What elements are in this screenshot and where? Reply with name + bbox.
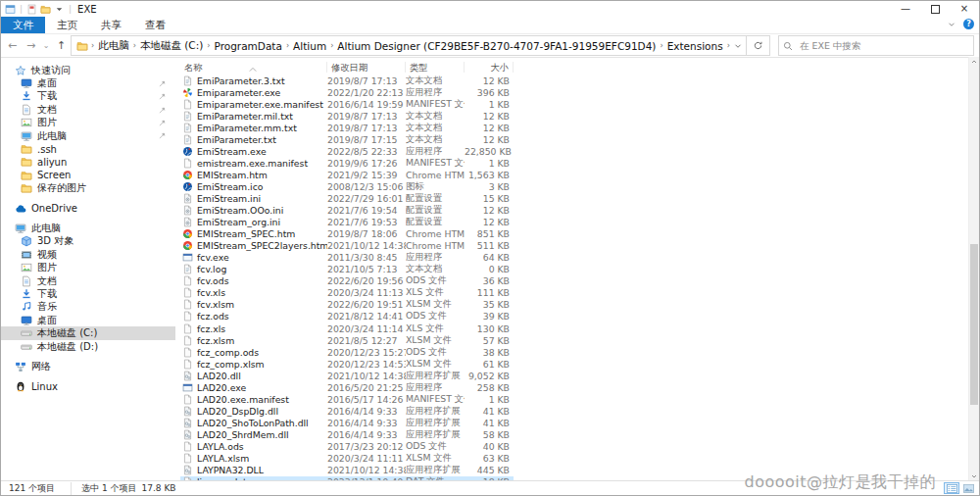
file-row[interactable]: fcv.log2021/10/5 7:13文本文档0 KB	[180, 264, 514, 275]
collapse-ribbon-icon[interactable]	[947, 20, 956, 29]
breadcrumb-item[interactable]: 此电脑	[95, 39, 132, 53]
file-type: 配置设置	[406, 216, 465, 228]
file-row[interactable]: EMIStream_SPEC.htm2019/8/7 18:06Chrome H…	[180, 228, 514, 240]
menu-tab-home[interactable]: 主页	[45, 17, 89, 33]
sidebar-item-screen[interactable]: Screen	[1, 169, 175, 181]
menu-tab-view[interactable]: 查看	[133, 17, 177, 33]
column-header-3[interactable]: 大小	[465, 62, 514, 73]
breadcrumb[interactable]: ›此电脑›本地磁盘 (C:)›ProgramData›Altium›Altium…	[71, 35, 747, 56]
search-input[interactable]	[798, 39, 969, 52]
sidebar-item-local-disk-d[interactable]: 本地磁盘 (D:)	[1, 340, 175, 353]
sidebar-item-3d-objects[interactable]: 3D 对象	[1, 235, 175, 248]
sidebar-item-this-pc-pin[interactable]: 此电脑	[1, 129, 175, 142]
file-row[interactable]: EmiStream_org.ini2021/7/6 19:53配置设置12 KB	[180, 217, 514, 228]
refresh-button[interactable]	[747, 35, 770, 56]
pin-icon[interactable]	[158, 131, 167, 140]
close-button[interactable]: ×	[950, 1, 979, 17]
file-row[interactable]: EmiParameter.mm.txt2019/8/7 17:13文本文档12 …	[180, 122, 514, 133]
sidebar-item-desktop[interactable]: 桌面	[1, 314, 175, 326]
file-row[interactable]: fcv.xls2020/3/24 11:13XLS 文件111 KB	[180, 287, 514, 299]
sidebar-item-documents[interactable]: 文档	[1, 274, 175, 287]
file-row[interactable]: EmiStream.ini2022/7/29 16:01配置设置15 KB	[180, 192, 514, 204]
file-row[interactable]: EMIStream_SPEC2layers.htm2021/10/12 14:3…	[180, 240, 514, 252]
sidebar-item-pictures-pin[interactable]: 图片	[1, 117, 175, 129]
thumbnails-view-button[interactable]	[960, 482, 976, 494]
file-row[interactable]: fcz.xls2020/3/24 11:14XLS 文件130 KB	[180, 322, 514, 334]
sidebar-item-linux[interactable]: Linux	[1, 380, 175, 393]
menu-tab-share[interactable]: 共享	[89, 17, 133, 33]
sidebar-item-downloads-pin[interactable]: 下载	[1, 90, 175, 103]
history-dropdown-icon[interactable]: ⌄	[40, 42, 52, 50]
file-row[interactable]: fcz.ods2021/8/12 14:41ODS 文件39 KB	[180, 311, 514, 322]
pin-icon[interactable]	[158, 92, 167, 101]
file-row[interactable]: fcv.ods2022/6/20 19:56ODS 文件36 KB	[180, 275, 514, 287]
breadcrumb-item[interactable]: Altium Designer (CF29BE5F-B270-4707-9FA1…	[334, 40, 659, 52]
new-folder-icon[interactable]	[40, 4, 51, 15]
minimize-button[interactable]: —	[891, 1, 920, 17]
file-row[interactable]: emistream.exe.manifest2019/9/6 17:26MANI…	[180, 157, 514, 169]
file-row[interactable]: LAD20_ShoToLonPath.dll2016/4/14 9:33应用程序…	[180, 417, 514, 428]
pin-icon[interactable]	[158, 79, 167, 88]
details-view-button[interactable]	[944, 482, 959, 494]
address-dropdown-icon[interactable]	[733, 41, 743, 51]
column-header-1[interactable]: 修改日期	[327, 62, 406, 73]
maximize-button[interactable]	[920, 1, 950, 17]
file-row[interactable]: LAD20.dll2021/10/12 14:38应用程序扩展9,052 KB	[180, 370, 514, 381]
file-size: 1 KB	[465, 394, 514, 405]
file-row[interactable]: EmiStream.OOo.ini2021/7/6 19:54配置设置12 KB	[180, 205, 514, 217]
file-row[interactable]: EmiStream.exe2022/8/5 22:33应用程序22,850 KB	[180, 145, 514, 157]
pin-icon[interactable]	[158, 106, 167, 115]
back-arrow-icon[interactable]: ←	[3, 40, 22, 51]
sidebar-item-videos[interactable]: 视频	[1, 248, 175, 261]
file-row[interactable]: LAYPNA32.DLL2021/10/12 14:38应用程序扩展445 KB	[180, 465, 514, 476]
sidebar-item-local-disk-c[interactable]: 本地磁盘 (C:)	[1, 326, 175, 339]
sidebar-item-music[interactable]: 音乐	[1, 301, 175, 314]
scroll-up-icon[interactable]	[969, 57, 979, 67]
file-row[interactable]: fcz_comp.xlsm2020/12/23 14:53XLSM 文件61 K…	[180, 358, 514, 370]
help-icon[interactable]: ?	[963, 19, 974, 29]
file-row[interactable]: Emiparameter.exe.manifest2016/6/14 19:59…	[180, 98, 514, 110]
file-row[interactable]: EmiStream.ico2008/12/3 15:06图标3 KB	[180, 180, 514, 192]
sidebar-item-downloads[interactable]: 下载	[1, 287, 175, 300]
file-row[interactable]: LAYLA.ods2017/3/23 20:12ODS 文件40 KB	[180, 440, 514, 452]
sidebar-item-aliyun[interactable]: aliyun	[1, 156, 175, 169]
toolbar-dropdown-icon[interactable]	[54, 4, 65, 15]
sidebar-item-label: 文档	[37, 274, 57, 288]
forward-arrow-icon[interactable]: →	[22, 40, 40, 51]
breadcrumb-item[interactable]: Extensions	[664, 40, 726, 52]
vertical-scrollbar[interactable]	[968, 57, 979, 481]
up-arrow-icon[interactable]: ↑	[52, 40, 71, 51]
sidebar-item-ssh[interactable]: .ssh	[1, 142, 175, 155]
file-row[interactable]: LAD20.exe2016/5/20 21:25应用程序258 KB	[180, 381, 514, 393]
file-size: 9,052 KB	[465, 371, 514, 381]
sidebar-item-pictures[interactable]: 图片	[1, 261, 175, 273]
breadcrumb-item[interactable]: Altium	[290, 40, 329, 52]
file-row[interactable]: EmiParameter.mil.txt2019/8/7 17:13文本文档12…	[180, 110, 514, 122]
file-row[interactable]: fcv.xlsm2022/6/20 19:51XLSM 文件35 KB	[180, 299, 514, 311]
file-row[interactable]: LAD20_DspDlg.dll2016/4/14 9:33应用程序扩展41 K…	[180, 405, 514, 417]
sidebar-item-network[interactable]: 网络	[1, 360, 175, 372]
file-row[interactable]: Emiparameter.exe2022/1/20 22:13应用程序396 K…	[180, 86, 514, 98]
sidebar-item-this-pc[interactable]: 此电脑	[1, 222, 175, 234]
sidebar-item-documents-pin[interactable]: 文档	[1, 103, 175, 116]
scrollbar-thumb[interactable]	[970, 244, 978, 406]
file-row[interactable]: LAD20_ShrdMem.dll2016/4/14 9:33应用程序扩展58 …	[180, 428, 514, 440]
file-row[interactable]: EMIStream.htm2021/9/2 15:39Chrome HTML D…	[180, 169, 514, 180]
file-row[interactable]: fcv.exe2011/3/30 8:45应用程序64 KB	[180, 252, 514, 264]
file-row[interactable]: LAYLA.xlsm2020/3/24 11:11XLSM 文件63 KB	[180, 453, 514, 465]
breadcrumb-item[interactable]: ProgramData	[212, 40, 285, 52]
pin-icon[interactable]	[158, 119, 167, 127]
file-row[interactable]: EmiParameter.txt2019/8/7 17:15文本文档12 KB	[180, 133, 514, 145]
file-row[interactable]: LAD20.exe.manifest2016/5/17 14:26MANIFES…	[180, 393, 514, 405]
breadcrumb-item[interactable]: 本地磁盘 (C:)	[137, 39, 206, 53]
sidebar-item-quick-access[interactable]: 快速访问	[1, 64, 175, 76]
file-row[interactable]: EmiParameter.3.txt2019/8/7 17:13文本文档12 K…	[180, 74, 514, 86]
properties-icon[interactable]	[26, 4, 37, 15]
sidebar-item-desktop-pin[interactable]: 桌面	[1, 76, 175, 89]
sidebar-item-onedrive[interactable]: OneDrive	[1, 202, 175, 215]
menu-tab-file[interactable]: 文件	[1, 17, 45, 33]
file-row[interactable]: fcz_comp.ods2020/12/23 15:27ODS 文件38 KB	[180, 346, 514, 358]
sidebar-item-saved-pictures[interactable]: 保存的图片	[1, 182, 175, 195]
file-row[interactable]: fcz.xlsm2021/8/5 12:27XLSM 文件57 KB	[180, 334, 514, 346]
column-header-2[interactable]: 类型	[406, 62, 465, 73]
